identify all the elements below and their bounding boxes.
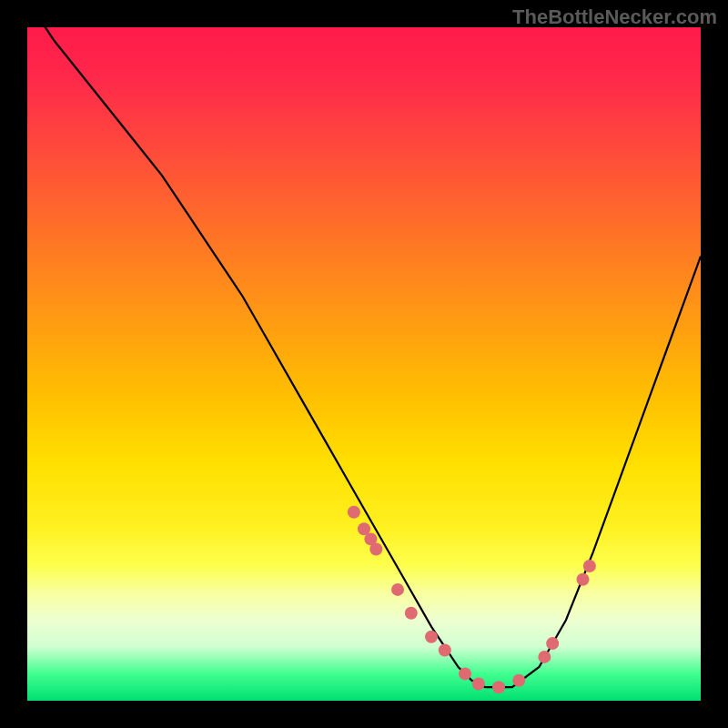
data-point — [583, 560, 596, 572]
chart-plot-area — [27, 27, 701, 701]
data-point — [348, 506, 360, 519]
data-point — [391, 583, 404, 596]
data-point — [459, 667, 471, 680]
data-point — [439, 644, 451, 657]
data-point — [538, 651, 551, 663]
data-points-group — [348, 506, 596, 693]
data-point — [369, 543, 382, 556]
data-point — [577, 573, 590, 586]
data-point — [425, 631, 438, 643]
data-point — [546, 637, 559, 650]
watermark: TheBottleNecker.com — [512, 5, 717, 29]
data-point — [472, 678, 485, 691]
chart-overlay — [27, 27, 701, 701]
bottleneck-curve — [27, 27, 701, 687]
data-point — [492, 681, 505, 693]
data-point — [512, 674, 525, 687]
data-point — [405, 607, 418, 620]
